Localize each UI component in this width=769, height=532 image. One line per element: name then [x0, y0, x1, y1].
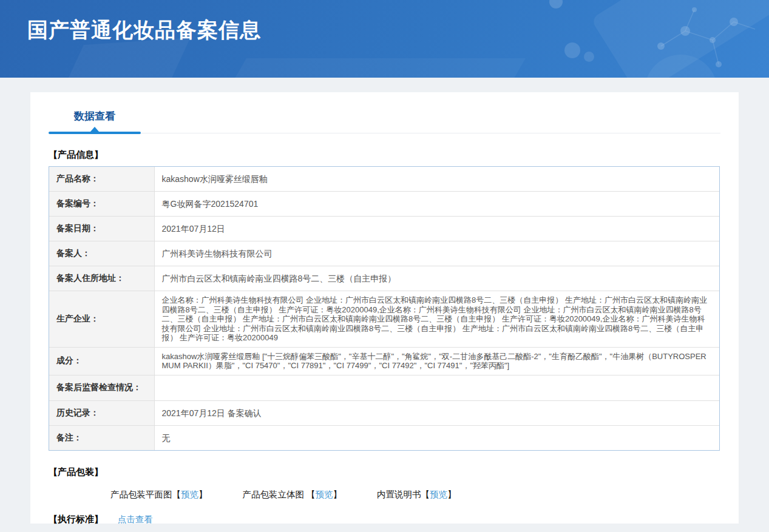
tab-active-arrow-icon — [90, 127, 99, 132]
product-info-section: 【产品信息】 产品名称： kakashow水润哑雾丝缎唇釉 备案编号： 粤G妆网… — [49, 149, 720, 451]
row-value: 2021年07月12日 备案确认 — [154, 400, 719, 425]
header-decor-band — [215, 58, 526, 78]
row-label: 备案日期： — [49, 217, 154, 241]
preview-link-manual[interactable]: 预览 — [430, 490, 447, 499]
content-card: 数据查看 【产品信息】 产品名称： kakashow水润哑雾丝缎唇釉 备案编号：… — [30, 92, 739, 524]
row-value: 广州市白云区太和镇南岭南业四横路8号二、三楼（自主申报） — [154, 266, 719, 291]
molecule-decor-icon — [643, 4, 758, 73]
packaging-items: 产品包装平面图【预览】 产品包装立体图 【预览】 内置说明书【预览】 — [49, 489, 720, 500]
bracket-open: 【 — [421, 490, 430, 499]
packaging-section-title: 【产品包装】 — [49, 466, 720, 478]
packaging-item-label: 内置说明书 — [377, 490, 421, 499]
row-value: kakashow水润哑雾丝缎唇釉 — [154, 167, 719, 192]
table-row: 备案后监督检查情况： — [49, 375, 719, 400]
row-value: 企业名称：广州科美诗生物科技有限公司 企业地址：广州市白云区太和镇南岭南业四横路… — [154, 291, 719, 348]
product-info-section-title: 【产品信息】 — [49, 149, 720, 161]
header-decor-dot — [584, 52, 594, 62]
bracket-open: 【 — [172, 490, 181, 499]
bracket-close: 】 — [447, 490, 456, 499]
header-decor-dot — [549, 0, 563, 8]
table-row: 备注： 无 — [49, 425, 719, 450]
product-info-table: 产品名称： kakashow水润哑雾丝缎唇釉 备案编号： 粤G妆网备字20215… — [49, 166, 720, 451]
standard-section-title: 【执行标准】 — [49, 514, 103, 525]
packaging-section: 【产品包装】 产品包装平面图【预览】 产品包装立体图 【预览】 内置说明书【预览… — [49, 466, 720, 500]
table-row: 备案日期： 2021年07月12日 — [49, 217, 719, 241]
packaging-item-manual: 内置说明书【预览】 — [377, 489, 456, 500]
packaging-item-3d: 产品包装立体图 【预览】 — [243, 489, 342, 500]
bracket-close: 】 — [198, 490, 208, 499]
table-row: 成分： kakashow水润哑雾丝缎唇釉 ["十三烷醇偏苯三酸酯"，"辛基十二醇… — [49, 347, 719, 375]
row-label: 生产企业： — [49, 291, 154, 348]
row-label: 历史记录： — [49, 400, 154, 425]
preview-link-flat[interactable]: 预览 — [181, 490, 198, 499]
table-row: 备案人住所地址： 广州市白云区太和镇南岭南业四横路8号二、三楼（自主申报） — [49, 266, 719, 291]
row-label: 产品名称： — [49, 167, 154, 192]
tab-active-underline — [49, 132, 141, 134]
row-value: 2021年07月12日 — [154, 217, 719, 241]
bracket-close: 】 — [333, 490, 342, 499]
row-label: 备注： — [49, 425, 154, 450]
row-value: 粤G妆网备字2021524701 — [154, 192, 719, 217]
tab-data-view[interactable]: 数据查看 — [49, 109, 141, 133]
standard-section: 【执行标准】 点击查看 — [49, 514, 720, 525]
tab-bar: 数据查看 — [49, 109, 720, 133]
row-value: kakashow水润哑雾丝缎唇釉 ["十三烷醇偏苯三酸酯"，"辛基十二醇"，"角… — [154, 347, 719, 375]
row-value: 无 — [154, 425, 719, 450]
table-row: 产品名称： kakashow水润哑雾丝缎唇釉 — [49, 167, 719, 192]
row-label: 备案人住所地址： — [49, 266, 154, 291]
table-row: 备案编号： 粤G妆网备字2021524701 — [49, 192, 719, 217]
row-label: 成分： — [49, 347, 154, 375]
table-row: 生产企业： 企业名称：广州科美诗生物科技有限公司 企业地址：广州市白云区太和镇南… — [49, 291, 719, 348]
table-row: 历史记录： 2021年07月12日 备案确认 — [49, 400, 719, 425]
standard-view-link[interactable]: 点击查看 — [118, 514, 153, 525]
row-value — [154, 375, 719, 400]
row-label: 备案人： — [49, 241, 154, 266]
header-decor-dot — [564, 42, 580, 58]
row-label: 备案后监督检查情况： — [49, 375, 154, 400]
header-decor-band — [591, 0, 769, 78]
header-decor-circle — [645, 55, 717, 78]
table-row: 备案人： 广州科美诗生物科技有限公司 — [49, 241, 719, 266]
page-header: 国产普通化妆品备案信息 — [0, 0, 769, 78]
page-title: 国产普通化妆品备案信息 — [27, 16, 261, 44]
preview-link-3d[interactable]: 预览 — [316, 490, 333, 499]
packaging-item-label: 产品包装平面图 — [110, 490, 172, 499]
packaging-item-label: 产品包装立体图 — [243, 490, 307, 499]
bracket-open: 【 — [307, 490, 316, 499]
packaging-item-flat: 产品包装平面图【预览】 — [110, 489, 208, 500]
row-label: 备案编号： — [49, 192, 154, 217]
row-value: 广州科美诗生物科技有限公司 — [154, 241, 719, 266]
tab-data-view-label: 数据查看 — [74, 110, 115, 122]
